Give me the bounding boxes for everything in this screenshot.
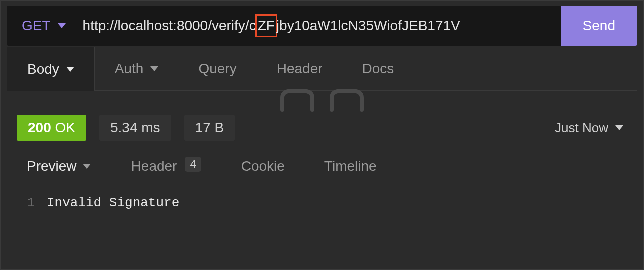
status-code-badge: 200 OK bbox=[17, 115, 86, 141]
tab-cookie-label: Cookie bbox=[241, 158, 285, 174]
tab-preview[interactable]: Preview bbox=[7, 146, 111, 188]
tab-query-label: Query bbox=[198, 61, 236, 77]
send-button-label: Send bbox=[583, 18, 615, 34]
line-number-gutter: 1 bbox=[7, 196, 47, 210]
tab-response-header[interactable]: Header 4 bbox=[111, 146, 221, 187]
http-method-selector[interactable]: GET bbox=[7, 6, 77, 46]
response-line: Invalid Signature bbox=[47, 196, 179, 210]
status-code: 200 bbox=[28, 120, 51, 136]
chevron-down-icon bbox=[83, 164, 91, 169]
response-size: 17 B bbox=[195, 120, 224, 136]
url-text-highlighted: ZF bbox=[255, 14, 277, 37]
http-method-label: GET bbox=[22, 18, 51, 34]
ghost-icon bbox=[272, 88, 372, 112]
tab-header-label: Header bbox=[277, 61, 322, 77]
status-text: OK bbox=[55, 120, 75, 136]
tab-header[interactable]: Header bbox=[257, 47, 342, 90]
chevron-down-icon bbox=[150, 66, 158, 72]
tab-auth-label: Auth bbox=[115, 61, 144, 77]
history-label: Just Now bbox=[555, 120, 608, 136]
response-status-bar: 200 OK 5.34 ms 17 B Just Now bbox=[7, 111, 637, 146]
tab-docs[interactable]: Docs bbox=[342, 47, 414, 90]
request-url-bar: GET http://localhost:8000/verify/cZFjby1… bbox=[7, 6, 637, 46]
line-number: 1 bbox=[27, 196, 35, 210]
background-decoration bbox=[7, 91, 637, 111]
url-input[interactable]: http://localhost:8000/verify/cZFjby10aW1… bbox=[77, 6, 561, 46]
response-time-badge: 5.34 ms bbox=[99, 115, 171, 141]
url-text-pre: http://localhost:8000/verify/c bbox=[83, 18, 256, 34]
tab-query[interactable]: Query bbox=[178, 47, 256, 90]
response-size-badge: 17 B bbox=[184, 115, 235, 141]
tab-body-label: Body bbox=[27, 62, 59, 78]
history-dropdown[interactable]: Just Now bbox=[555, 120, 623, 136]
response-tabs: Preview Header 4 Cookie Timeline bbox=[7, 146, 637, 188]
tab-cookie[interactable]: Cookie bbox=[221, 146, 305, 187]
request-tabs: Body Auth Query Header Docs bbox=[7, 47, 637, 91]
tab-timeline-label: Timeline bbox=[324, 158, 377, 174]
chevron-down-icon bbox=[66, 67, 74, 72]
send-button[interactable]: Send bbox=[561, 6, 637, 46]
response-time: 5.34 ms bbox=[110, 120, 160, 136]
url-text-post: jby10aW1lcN35WiofJEB171V bbox=[276, 18, 460, 34]
chevron-down-icon bbox=[58, 24, 66, 28]
response-body[interactable]: 1 Invalid Signature bbox=[7, 188, 637, 218]
tab-auth[interactable]: Auth bbox=[95, 47, 179, 90]
tab-response-header-label: Header bbox=[131, 158, 177, 174]
response-text: Invalid Signature bbox=[47, 196, 179, 210]
tab-preview-label: Preview bbox=[27, 158, 77, 174]
chevron-down-icon bbox=[615, 126, 623, 130]
tab-body[interactable]: Body bbox=[7, 47, 95, 91]
tab-docs-label: Docs bbox=[362, 61, 394, 77]
tab-timeline[interactable]: Timeline bbox=[305, 146, 397, 187]
header-count-badge: 4 bbox=[185, 157, 201, 172]
